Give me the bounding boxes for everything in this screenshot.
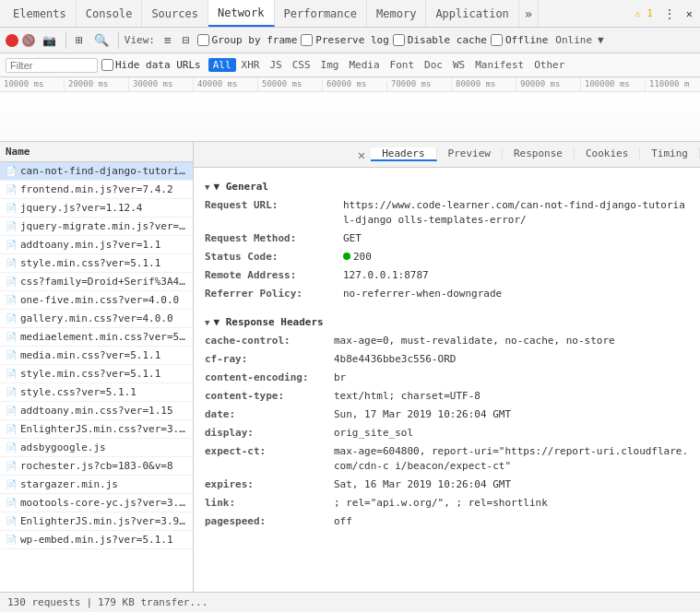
- detail-tab-headers[interactable]: Headers: [371, 147, 436, 161]
- filter-type-media[interactable]: Media: [344, 58, 384, 72]
- offline-label[interactable]: Offline: [491, 34, 548, 46]
- ruler-tick: 60000 ms: [323, 77, 387, 91]
- tab-sources[interactable]: Sources: [142, 0, 208, 27]
- detail-row: pagespeed:off: [205, 512, 689, 531]
- detail-tab-cookies[interactable]: Cookies: [575, 147, 640, 159]
- disable-cache-label[interactable]: Disable cache: [393, 34, 487, 46]
- search-button[interactable]: 🔍: [90, 31, 113, 49]
- filter-type-js[interactable]: JS: [265, 58, 286, 72]
- filter-type-other[interactable]: Other: [529, 58, 569, 72]
- request-item[interactable]: 📄mootools-core-yc.js?ver=3.9.0: [0, 494, 193, 512]
- tab-network[interactable]: Network: [208, 0, 275, 27]
- request-item[interactable]: 📄addtoany.min.js?ver=1.1: [0, 236, 193, 254]
- detail-key: cf-ray:: [205, 352, 334, 367]
- filter-type-xhr[interactable]: XHR: [237, 58, 265, 72]
- request-item[interactable]: 📄EnlighterJS.min.css?ver=3.9.0: [0, 420, 193, 439]
- online-label[interactable]: Online: [555, 34, 592, 46]
- tab-application[interactable]: Application: [426, 0, 518, 27]
- request-item[interactable]: 📄style.min.css?ver=5.1.1: [0, 254, 193, 273]
- detail-close-button[interactable]: ✕: [358, 147, 365, 162]
- detail-value: br: [334, 371, 346, 385]
- group-by-frame-label[interactable]: Group by frame: [197, 34, 298, 46]
- request-item[interactable]: 📄addtoany.min.css?ver=1.15: [0, 402, 193, 420]
- filter-type-all[interactable]: All: [208, 58, 236, 72]
- timeline-area[interactable]: 10000 ms20000 ms30000 ms40000 ms50000 ms…: [0, 77, 700, 142]
- detail-tab-preview[interactable]: Preview: [437, 147, 503, 159]
- request-item[interactable]: 📄frontend.min.js?ver=7.4.2: [0, 181, 193, 199]
- request-item[interactable]: 📄mediaelement.min.css?ver=5...: [0, 328, 193, 347]
- toolbar-separator-1: [65, 32, 66, 49]
- offline-checkbox[interactable]: [491, 34, 503, 46]
- tab-performance[interactable]: Performance: [275, 0, 367, 27]
- request-item[interactable]: 📄jquery-migrate.min.js?ver=1.4: [0, 218, 193, 236]
- request-item[interactable]: 📄jquery.js?ver=1.12.4: [0, 199, 193, 218]
- request-item[interactable]: 📄stargazer.min.js: [0, 476, 193, 494]
- disable-cache-checkbox[interactable]: [393, 34, 405, 46]
- tab-elements[interactable]: Elements: [4, 0, 77, 27]
- file-icon: 📄: [6, 350, 17, 360]
- camera-button[interactable]: 📷: [39, 32, 60, 49]
- ruler-tick: 80000 ms: [452, 77, 516, 91]
- request-item[interactable]: 📄EnlighterJS.min.js?ver=3.9.0: [0, 512, 193, 531]
- request-item[interactable]: 📄can-not-find-django-tutorial-...: [0, 162, 193, 181]
- response-headers-section-header[interactable]: ▼ Response Headers: [205, 311, 689, 332]
- throttle-arrow[interactable]: ▼: [598, 34, 604, 46]
- file-icon: 📄: [6, 203, 17, 213]
- filter-type-ws[interactable]: WS: [448, 58, 469, 72]
- toolbar-separator-2: [118, 32, 119, 49]
- request-name: EnlighterJS.min.css?ver=3.9.0: [20, 423, 187, 435]
- filter-type-manifest[interactable]: Manifest: [470, 58, 528, 72]
- clear-button[interactable]: 🚫: [22, 34, 35, 47]
- filter-type-font[interactable]: Font: [386, 58, 420, 72]
- group-by-frame-checkbox[interactable]: [197, 34, 209, 46]
- more-tabs-button[interactable]: »: [519, 0, 539, 27]
- request-item[interactable]: 📄one-five.min.css?ver=4.0.0: [0, 291, 193, 310]
- main-content: Name 📄can-not-find-django-tutorial-...📄f…: [0, 142, 700, 592]
- detail-row: date:Sun, 17 Mar 2019 10:26:04 GMT: [205, 406, 689, 424]
- detail-row: content-type:text/html; charset=UTF-8: [205, 387, 689, 406]
- close-devtools-button[interactable]: ✕: [682, 6, 696, 22]
- request-name: wp-embed.min.js?ver=5.1.1: [20, 534, 173, 546]
- filter-type-css[interactable]: CSS: [288, 58, 315, 72]
- file-icon: 📄: [6, 516, 17, 526]
- tab-memory[interactable]: Memory: [367, 0, 426, 27]
- request-item[interactable]: 📄style.min.css?ver=5.1.1: [0, 365, 193, 383]
- request-item[interactable]: 📄gallery.min.css?ver=4.0.0: [0, 310, 193, 328]
- request-item[interactable]: 📄adsbygoogle.js: [0, 439, 193, 457]
- detail-key: Referrer Policy:: [205, 287, 343, 301]
- timeline-content: [0, 92, 700, 142]
- devtools-menu-button[interactable]: ⋮: [660, 6, 679, 22]
- request-item[interactable]: 📄style.css?ver=5.1.1: [0, 383, 193, 402]
- filter-input[interactable]: [6, 58, 98, 73]
- list-view-button[interactable]: ≡: [160, 31, 175, 49]
- request-item[interactable]: 📄wp-embed.min.js?ver=5.1.1: [0, 531, 193, 549]
- preserve-log-label[interactable]: Preserve log: [301, 34, 388, 46]
- filter-type-img[interactable]: Img: [316, 58, 344, 72]
- tab-console[interactable]: Console: [77, 0, 143, 27]
- request-count: 130 requests: [7, 596, 80, 608]
- ruler-tick: 90000 ms: [516, 77, 581, 91]
- warning-badge[interactable]: ⚠ 1: [631, 6, 657, 21]
- view-label: View:: [125, 34, 155, 46]
- request-item[interactable]: 📄css?family=Droid+Serif%3A4...: [0, 273, 193, 291]
- preserve-log-checkbox[interactable]: [301, 34, 313, 46]
- ruler-tick: 70000 ms: [387, 77, 452, 91]
- ruler-tick: 10000 ms: [0, 77, 65, 91]
- detail-tab-timing[interactable]: Timing: [640, 147, 700, 159]
- waterfall-view-button[interactable]: ⊟: [179, 31, 194, 49]
- request-item[interactable]: 📄media.min.css?ver=5.1.1: [0, 347, 193, 365]
- record-button[interactable]: [6, 34, 18, 47]
- detail-key: date:: [205, 407, 334, 422]
- detail-value: 127.0.0.1:8787: [343, 268, 429, 283]
- detail-tab-response[interactable]: Response: [503, 147, 575, 159]
- request-item[interactable]: 📄rochester.js?cb=183-0&v=8: [0, 457, 193, 476]
- hide-data-urls-label[interactable]: Hide data URLs: [101, 59, 201, 71]
- file-icon: 📄: [6, 184, 17, 194]
- request-list-header: Name: [0, 142, 193, 162]
- network-toolbar: 🚫 📷 ⊞ 🔍 View: ≡ ⊟ Group by frame Preserv…: [0, 28, 700, 53]
- request-name: adsbygoogle.js: [20, 441, 106, 453]
- hide-data-urls-checkbox[interactable]: [101, 59, 113, 71]
- filter-type-doc[interactable]: Doc: [420, 58, 447, 72]
- general-section-header[interactable]: ▼ General: [205, 175, 689, 196]
- filter-button[interactable]: ⊞: [72, 31, 87, 49]
